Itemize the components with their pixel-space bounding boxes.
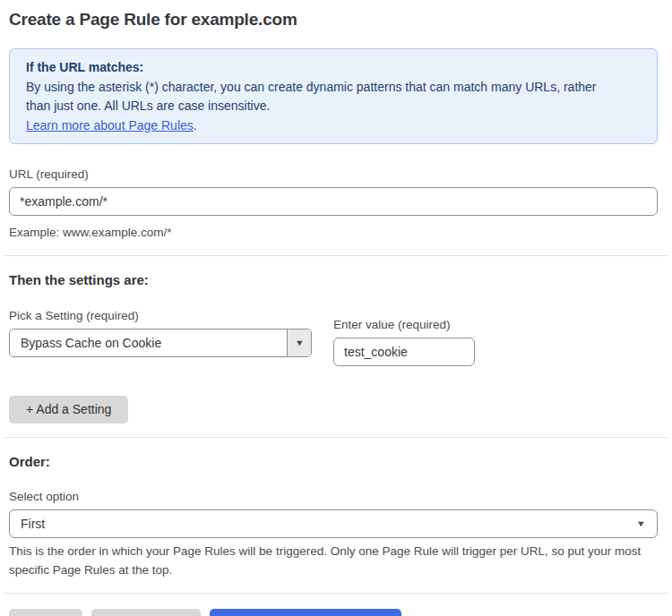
chevron-down-icon: ▼ <box>636 520 646 528</box>
order-select-label: Select option <box>9 490 658 504</box>
create-page-rule-form: Create a Page Rule for example.com If th… <box>0 0 672 616</box>
url-matches-notice: If the URL matches: By using the asteris… <box>9 48 658 144</box>
url-input[interactable] <box>9 187 658 216</box>
setting-select-arrow-button[interactable]: ▼ <box>287 329 311 356</box>
chevron-down-icon: ▼ <box>295 339 305 347</box>
setting-select-value: Bypass Cache on Cookie <box>10 329 287 356</box>
notice-heading: If the URL matches: <box>26 58 641 78</box>
notice-link-row: Learn more about Page Rules. <box>26 116 641 136</box>
page-title: Create a Page Rule for example.com <box>9 10 658 30</box>
add-setting-button[interactable]: + Add a Setting <box>9 396 128 424</box>
divider <box>4 437 668 438</box>
save-and-deploy-button[interactable]: Save and Deploy Page Rule <box>210 609 401 616</box>
setting-select-group: Pick a Setting (required) Bypass Cache o… <box>9 309 312 366</box>
notice-body: By using the asterisk (*) character, you… <box>26 78 617 116</box>
learn-more-link[interactable]: Learn more about Page Rules <box>26 118 194 133</box>
setting-value-group: Enter value (required) <box>333 318 477 366</box>
settings-row: Pick a Setting (required) Bypass Cache o… <box>9 309 658 366</box>
setting-select-label: Pick a Setting (required) <box>9 309 312 323</box>
setting-value-input[interactable] <box>333 338 475 366</box>
url-example-text: Example: www.example.com/* <box>9 223 658 242</box>
order-select-value: First <box>21 517 45 531</box>
cancel-button[interactable]: Cancel <box>9 609 82 616</box>
divider <box>4 593 668 594</box>
order-section-heading: Order: <box>9 454 658 470</box>
save-as-draft-button[interactable]: Save as Draft <box>91 609 202 616</box>
notice-link-period: . <box>194 118 197 133</box>
settings-section-heading: Then the settings are: <box>9 272 658 288</box>
footer-actions: Cancel Save as Draft Save and Deploy Pag… <box>9 609 658 616</box>
value-field-label: Enter value (required) <box>333 318 477 332</box>
order-select[interactable]: First ▼ <box>9 509 658 538</box>
order-helper-text: This is the order in which your Page Rul… <box>9 542 649 579</box>
divider <box>4 255 668 256</box>
setting-select[interactable]: Bypass Cache on Cookie ▼ <box>9 329 312 357</box>
url-field-label: URL (required) <box>9 167 658 182</box>
